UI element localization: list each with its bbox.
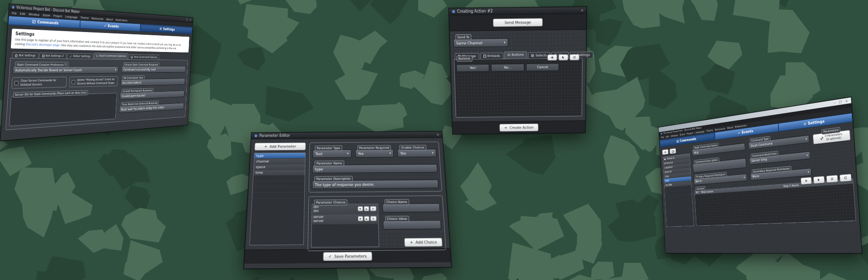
create-action-button[interactable]: + Create Action xyxy=(499,123,538,131)
minimize-icon[interactable]: – xyxy=(183,18,184,21)
maximize-icon[interactable]: □ xyxy=(186,18,188,21)
minimize-icon[interactable]: – xyxy=(834,101,835,104)
tab-buttons[interactable]: Buttons xyxy=(504,51,527,59)
parameter-item-channel[interactable]: channel xyxy=(254,159,305,164)
menu-about[interactable]: About xyxy=(727,126,733,130)
chevron-down-icon: ▾ xyxy=(432,151,434,155)
subtab-bot-settings[interactable]: Bot Settings xyxy=(12,52,38,58)
action-type-button[interactable]: Send Message xyxy=(493,18,542,27)
command-list: General joinvoice playlist2 playlist pla… xyxy=(662,154,693,227)
parameter-choices-group: Parameter Choices dmdm ▾ ▴ × serverserve… xyxy=(307,196,446,252)
clear-server-commands-checkbox[interactable]: Clear Server Commands for Unlisted Serve… xyxy=(11,77,67,89)
edit-action-button[interactable] xyxy=(813,176,825,183)
parameter-type-label: Parameter Type xyxy=(315,145,342,151)
chat-icon xyxy=(131,56,133,58)
menu-theme[interactable]: Theme xyxy=(706,129,713,133)
button-icon xyxy=(508,53,510,56)
close-icon[interactable]: × xyxy=(845,99,848,103)
events-icon xyxy=(104,24,107,27)
menu-resources[interactable]: Resources xyxy=(91,17,104,21)
server-ids-textarea[interactable] xyxy=(9,93,117,126)
menu-about[interactable]: About xyxy=(106,18,113,21)
menu-zoom[interactable]: Zoom xyxy=(42,14,51,18)
add-parameter-button[interactable]: + Add Parameter xyxy=(255,143,306,151)
subtab-text-command-options[interactable]: Text Command Options xyxy=(128,54,159,60)
menu-theme[interactable]: Theme xyxy=(80,16,89,20)
window-creating-action: Creating Action #2 × Send Message Send T… xyxy=(448,6,587,134)
choice-row[interactable]: serverserver ▾ ▴ × xyxy=(312,214,378,224)
buttons-group: Buttons Yes! No... Cancel xyxy=(454,58,583,117)
remove-button[interactable] xyxy=(570,54,580,61)
chevron-down-icon: ▾ xyxy=(807,170,809,174)
send-to-label: Send To xyxy=(455,34,471,40)
parameter-list: type channel space time xyxy=(249,153,306,246)
save-parameters-button[interactable]: ✓ Save Parameters xyxy=(323,252,372,261)
ignore-missing-access-checkbox[interactable]: Ignore "Missing Access" Errors for Serve… xyxy=(69,76,118,88)
app-icon xyxy=(660,132,662,135)
move-down-button[interactable]: ▾ xyxy=(358,206,363,211)
close-icon[interactable]: × xyxy=(189,19,191,22)
window-title: Parameter Editor xyxy=(259,133,435,138)
parameter-item-time[interactable]: time xyxy=(254,170,305,176)
close-icon[interactable]: × xyxy=(436,133,439,136)
checkbox-icon xyxy=(71,80,75,84)
add-folder-button[interactable] xyxy=(670,148,676,154)
actions-list: #1 Skip Queue Skip 1 Items xyxy=(694,178,856,226)
checkbox-icon xyxy=(14,81,19,85)
add-button[interactable] xyxy=(547,54,557,61)
close-icon[interactable]: × xyxy=(581,8,584,12)
menu-project[interactable]: Project xyxy=(53,14,62,19)
move-up-button[interactable]: ▴ xyxy=(363,206,369,211)
menu-language[interactable]: Language xyxy=(65,15,78,19)
default-response-label: Default Slash Command Response xyxy=(123,62,160,67)
no-description-label: No Description Text xyxy=(122,75,144,80)
tab-selects[interactable]: Selects xyxy=(528,52,550,58)
plus-icon: + xyxy=(264,145,267,149)
menu-file[interactable]: File xyxy=(661,136,664,139)
parameter-description-label: Parameter Description xyxy=(314,176,353,182)
menu-extensions[interactable]: Extensions xyxy=(115,19,127,23)
menu-file[interactable]: File xyxy=(12,11,17,15)
info-icon: ⓘ xyxy=(64,63,67,66)
maximize-icon[interactable]: □ xyxy=(839,100,842,104)
delete-choice-button[interactable]: × xyxy=(370,216,377,221)
choice-name-label: Choice Name xyxy=(384,199,409,205)
events-icon xyxy=(738,131,740,135)
chevron-down-icon: ▾ xyxy=(504,41,505,44)
developer-page-link[interactable]: Discord's developer page xyxy=(26,42,60,47)
menu-edit[interactable]: Edit xyxy=(665,135,669,139)
subtab-bot-settings-2[interactable]: Bot Settings 2 xyxy=(39,52,66,58)
menu-zoom[interactable]: Zoom xyxy=(679,133,685,136)
subtab-slash-command-options[interactable]: % Slash Command Options xyxy=(94,53,128,59)
choice-value-label: Choice Value xyxy=(385,216,409,222)
parameter-properties-group: Parameter Type Text ▾ Parameter Required… xyxy=(309,141,442,192)
pencil-icon xyxy=(69,55,72,58)
check-icon: ✓ xyxy=(329,254,332,258)
expand-icon xyxy=(821,137,824,140)
add-action-button[interactable] xyxy=(801,177,812,185)
chevron-down-icon: ▾ xyxy=(347,152,349,155)
move-down-button[interactable]: ▾ xyxy=(358,216,363,221)
chevron-down-icon: ▾ xyxy=(807,154,808,157)
tab-embeds[interactable]: Embeds xyxy=(480,52,504,59)
chevron-down-icon: ▾ xyxy=(806,137,807,141)
remove-action-button[interactable] xyxy=(826,175,838,182)
menu-window[interactable]: Window xyxy=(28,13,40,17)
subtab-editor-settings[interactable]: Editor Settings xyxy=(67,53,93,59)
menu-project[interactable]: Project xyxy=(687,131,693,135)
parameter-item-space[interactable]: space xyxy=(254,164,305,170)
add-choice-button[interactable]: + Add Choice xyxy=(405,238,443,247)
preview-button-yes[interactable]: Yes! xyxy=(456,64,489,72)
menu-edit[interactable]: Edit xyxy=(20,12,26,16)
parameter-item-type[interactable]: type xyxy=(255,153,305,159)
refresh-action-button[interactable] xyxy=(840,174,852,182)
choice-row[interactable]: dmdm ▾ ▴ × xyxy=(312,204,377,215)
add-command-button[interactable] xyxy=(662,149,669,155)
move-up-button[interactable]: ▴ xyxy=(364,216,369,221)
plus-icon: + xyxy=(410,240,414,245)
edit-button[interactable] xyxy=(558,54,568,61)
delete-choice-button[interactable]: × xyxy=(370,206,376,211)
preview-button-no[interactable]: No... xyxy=(491,64,524,71)
slash-command-options-panel: Slash Command Creation Preference ⓘ Auto… xyxy=(5,58,188,130)
preview-button-cancel[interactable]: Cancel xyxy=(526,63,559,71)
